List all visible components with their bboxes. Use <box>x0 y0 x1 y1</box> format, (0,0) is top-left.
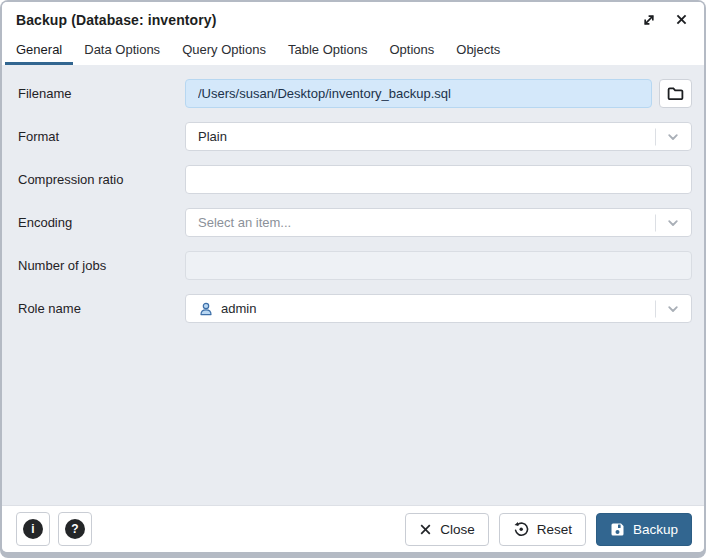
form-row-compression-ratio: Compression ratio <box>18 165 692 194</box>
footer-right-actions: Close Reset Backup <box>405 513 692 546</box>
encoding-control: Select an item... <box>185 208 692 237</box>
tab-query-options[interactable]: Query Options <box>171 37 277 65</box>
form-row-filename: Filename <box>18 79 692 108</box>
compression-ratio-input[interactable] <box>185 165 692 194</box>
backup-dialog: Backup (Database: inventory) <box>2 2 704 552</box>
chevron-down-icon <box>666 216 680 230</box>
form-row-number-of-jobs: Number of jobs <box>18 251 692 280</box>
dialog-title: Backup (Database: inventory) <box>16 12 640 28</box>
number-of-jobs-label: Number of jobs <box>18 258 185 273</box>
filename-input[interactable] <box>185 79 652 108</box>
undo-circle-icon <box>513 521 529 537</box>
folder-icon <box>667 86 684 101</box>
resize-diagonal-icon <box>642 13 656 27</box>
dialog-footer: i ? Close <box>2 505 704 552</box>
encoding-placeholder: Select an item... <box>198 215 647 230</box>
select-divider <box>655 128 656 145</box>
expand-icon[interactable] <box>640 11 658 29</box>
encoding-select-arrow <box>655 209 691 236</box>
backup-button-label: Backup <box>633 522 678 537</box>
reset-button-label: Reset <box>537 522 572 537</box>
reset-button[interactable]: Reset <box>499 513 586 546</box>
titlebar-actions <box>640 11 690 29</box>
form-row-format: Format Plain <box>18 122 692 151</box>
x-mark-icon <box>419 523 432 536</box>
help-icon: ? <box>65 519 85 539</box>
role-name-selected: admin <box>198 301 647 317</box>
role-name-control: admin <box>185 294 692 323</box>
help-button[interactable]: ? <box>58 512 92 546</box>
x-mark-icon <box>675 13 688 26</box>
number-of-jobs-control <box>185 251 692 280</box>
form-row-role-name: Role name admin <box>18 294 692 323</box>
tab-objects[interactable]: Objects <box>445 37 511 65</box>
select-divider <box>655 214 656 231</box>
format-select[interactable]: Plain <box>185 122 692 151</box>
chevron-down-icon <box>666 302 680 316</box>
floppy-disk-icon <box>610 522 625 537</box>
sql-info-button[interactable]: i <box>16 512 50 546</box>
tab-options[interactable]: Options <box>378 37 445 65</box>
format-control: Plain <box>185 122 692 151</box>
filename-label: Filename <box>18 86 185 101</box>
close-button-label: Close <box>440 522 475 537</box>
tab-data-options[interactable]: Data Options <box>73 37 171 65</box>
form-row-encoding: Encoding Select an item... <box>18 208 692 237</box>
format-selected-value: Plain <box>198 129 647 144</box>
footer-left-actions: i ? <box>16 512 405 546</box>
backup-dialog-window: Backup (Database: inventory) <box>0 0 706 558</box>
encoding-label: Encoding <box>18 215 185 230</box>
info-icon: i <box>23 519 43 539</box>
role-name-select[interactable]: admin <box>185 294 692 323</box>
person-icon <box>198 301 214 317</box>
close-button[interactable]: Close <box>405 513 489 546</box>
format-select-arrow <box>655 123 691 150</box>
tab-bar: General Data Options Query Options Table… <box>2 37 704 65</box>
backup-button[interactable]: Backup <box>596 513 692 546</box>
compression-ratio-control <box>185 165 692 194</box>
number-of-jobs-input <box>185 251 692 280</box>
dialog-titlebar: Backup (Database: inventory) <box>2 2 704 37</box>
filename-control <box>185 79 692 108</box>
tab-table-options[interactable]: Table Options <box>277 37 379 65</box>
chevron-down-icon <box>666 130 680 144</box>
encoding-select[interactable]: Select an item... <box>185 208 692 237</box>
close-icon[interactable] <box>672 11 690 29</box>
role-name-value: admin <box>221 301 256 316</box>
select-divider <box>655 300 656 317</box>
role-name-select-arrow <box>655 295 691 322</box>
general-tab-panel: Filename Format Plain <box>2 65 704 505</box>
compression-ratio-label: Compression ratio <box>18 172 185 187</box>
browse-file-button[interactable] <box>659 79 692 108</box>
role-name-label: Role name <box>18 301 185 316</box>
format-label: Format <box>18 129 185 144</box>
tab-general[interactable]: General <box>5 37 73 65</box>
